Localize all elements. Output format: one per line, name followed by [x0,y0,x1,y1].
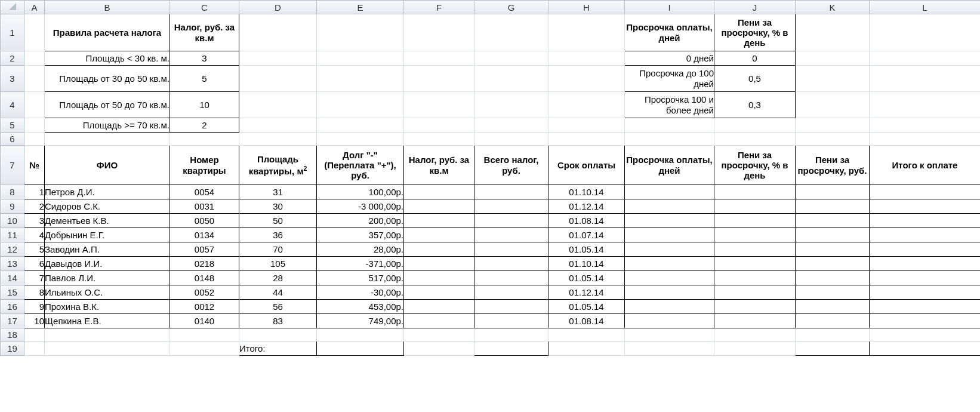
cell[interactable] [239,118,317,133]
row-12[interactable]: 12 [1,242,24,257]
cell[interactable] [474,328,548,342]
cell[interactable] [404,300,474,314]
cell[interactable] [870,118,981,133]
col-F[interactable]: F [404,1,474,14]
cell[interactable] [870,271,981,285]
cell[interactable]: 28 [239,271,317,285]
col-L[interactable]: L [870,1,981,14]
cell[interactable]: 01.08.14 [548,314,625,328]
cell[interactable] [474,257,548,271]
cell[interactable]: -30,00р. [317,285,404,300]
cell[interactable]: 100,00р. [317,185,404,199]
cell[interactable] [796,242,870,257]
cell[interactable] [870,185,981,199]
cell[interactable] [870,66,981,92]
cell[interactable] [796,342,870,356]
cell[interactable]: Ильиных О.С. [45,285,170,300]
cell[interactable] [404,66,474,92]
cell[interactable]: 36 [239,228,317,242]
row-5[interactable]: 5 [1,118,24,133]
cell[interactable] [870,14,981,51]
row-10[interactable]: 10 [1,214,24,228]
col-I[interactable]: I [625,1,714,14]
cell[interactable]: 4 [24,228,45,242]
cell[interactable] [796,14,870,51]
cell[interactable] [474,242,548,257]
cell[interactable]: Площадь квартиры, м2 [239,146,317,185]
cell[interactable] [239,14,317,51]
col-C[interactable]: C [170,1,239,14]
cell[interactable] [714,342,796,356]
cell[interactable] [404,14,474,51]
row-17[interactable]: 17 [1,314,24,328]
cell[interactable] [24,14,45,51]
cell[interactable] [714,328,796,342]
cell[interactable] [404,314,474,328]
cell[interactable] [474,66,548,92]
cell[interactable] [404,118,474,133]
cell[interactable]: 1 [24,185,45,199]
cell[interactable] [625,185,714,199]
cell[interactable]: Правила расчета налога [45,14,170,51]
cell[interactable]: 01.10.14 [548,257,625,271]
cell[interactable]: 7 [24,271,45,285]
cell[interactable]: 01.05.14 [548,242,625,257]
cell[interactable]: 10 [24,314,45,328]
cell[interactable] [714,300,796,314]
cell[interactable] [24,342,45,356]
row-15[interactable]: 15 [1,285,24,300]
cell[interactable] [24,92,45,118]
cell[interactable] [170,133,239,146]
cell[interactable] [714,214,796,228]
cell[interactable] [796,314,870,328]
col-B[interactable]: B [45,1,170,14]
cell[interactable]: Налог, руб. за кв.м [404,146,474,185]
select-all-corner[interactable] [1,1,24,14]
cell[interactable]: Давыдов И.И. [45,257,170,271]
cell[interactable] [796,118,870,133]
cell[interactable]: 9 [24,300,45,314]
cell[interactable] [474,199,548,214]
row-4[interactable]: 4 [1,92,24,118]
cell[interactable] [870,92,981,118]
row-2[interactable]: 2 [1,51,24,66]
cell[interactable] [870,328,981,342]
cell[interactable] [317,14,404,51]
cell[interactable]: 83 [239,314,317,328]
cell[interactable] [548,118,625,133]
cell[interactable] [796,92,870,118]
cell[interactable] [548,133,625,146]
cell[interactable] [404,51,474,66]
cell[interactable] [24,133,45,146]
cell[interactable] [548,66,625,92]
col-A[interactable]: A [24,1,45,14]
cell[interactable] [714,185,796,199]
cell[interactable] [870,300,981,314]
cell[interactable] [317,118,404,133]
cell[interactable] [24,118,45,133]
cell[interactable] [45,133,170,146]
cell[interactable] [474,342,548,356]
cell[interactable]: 6 [24,257,45,271]
cell[interactable] [317,51,404,66]
cell[interactable] [796,257,870,271]
cell[interactable] [45,342,170,356]
row-6[interactable]: 6 [1,133,24,146]
cell[interactable]: 0052 [170,285,239,300]
cell[interactable] [239,66,317,92]
cell[interactable] [796,285,870,300]
cell[interactable]: 5 [170,66,239,92]
cell[interactable] [870,51,981,66]
cell[interactable] [404,342,474,356]
cell[interactable] [474,314,548,328]
cell[interactable]: 0050 [170,214,239,228]
cell[interactable]: 0134 [170,228,239,242]
col-K[interactable]: K [796,1,870,14]
cell[interactable] [796,133,870,146]
cell[interactable] [404,285,474,300]
cell[interactable]: 44 [239,285,317,300]
cell[interactable]: Прохина В.К. [45,300,170,314]
cell[interactable]: 01.07.14 [548,228,625,242]
cell[interactable]: ФИО [45,146,170,185]
cell[interactable] [170,342,239,356]
